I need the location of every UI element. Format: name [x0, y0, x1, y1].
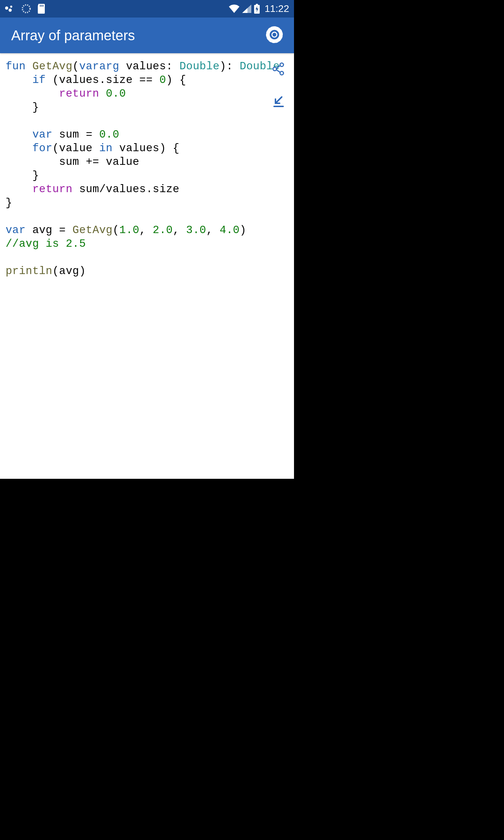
svg-line-14 — [276, 65, 280, 68]
svg-rect-5 — [41, 5, 42, 7]
sd-card-icon — [37, 4, 46, 14]
svg-point-9 — [272, 32, 277, 37]
svg-rect-6 — [43, 5, 43, 7]
svg-point-2 — [10, 6, 12, 8]
battery-charging-icon — [254, 4, 260, 14]
svg-line-15 — [276, 70, 280, 72]
svg-point-10 — [269, 29, 280, 40]
svg-point-13 — [280, 71, 284, 75]
share-icon — [271, 62, 285, 77]
page-title: Array of parameters — [11, 28, 135, 43]
svg-point-1 — [9, 9, 12, 12]
svg-point-11 — [280, 63, 284, 66]
app-bar: Array of parameters — [0, 18, 294, 53]
arrow-down-left-icon — [271, 94, 285, 110]
svg-rect-4 — [40, 5, 41, 7]
settings-button[interactable] — [265, 26, 284, 45]
bottom-edge — [0, 479, 294, 480]
svg-line-17 — [275, 97, 282, 103]
notification-dots-icon — [5, 5, 15, 12]
gear-icon — [266, 26, 283, 45]
cell-signal-icon — [242, 5, 251, 13]
code-editor[interactable]: fun GetAvg(vararg values: Double): Doubl… — [0, 53, 294, 284]
svg-point-3 — [22, 5, 30, 13]
svg-point-0 — [5, 7, 8, 10]
status-left — [5, 4, 46, 14]
svg-point-12 — [273, 67, 276, 71]
wifi-icon — [229, 5, 239, 13]
status-time: 11:22 — [265, 3, 289, 14]
svg-rect-8 — [256, 4, 258, 5]
status-bar: 11:22 — [0, 0, 294, 18]
status-right: 11:22 — [229, 3, 289, 14]
collapse-button[interactable] — [270, 94, 286, 110]
loading-circle-icon — [22, 4, 31, 13]
share-button[interactable] — [270, 62, 286, 78]
